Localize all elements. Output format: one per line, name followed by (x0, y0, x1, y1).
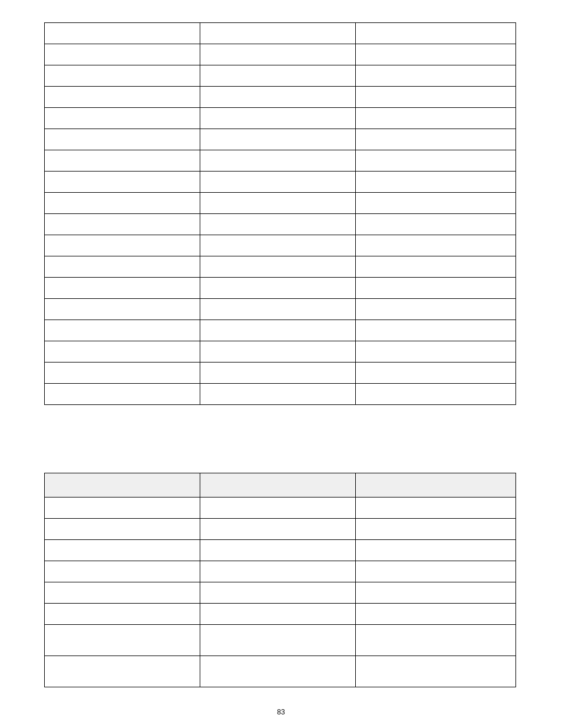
table-cell (356, 299, 516, 320)
table-cell (356, 256, 516, 278)
table-cell (356, 193, 516, 214)
table-cell (200, 320, 356, 341)
table-cell (356, 108, 516, 129)
table-cell (45, 172, 200, 193)
table-cell (200, 214, 356, 235)
table-cell (200, 299, 356, 320)
table-cell (45, 582, 200, 604)
table-row (45, 193, 516, 214)
table-cell (45, 150, 200, 172)
page-number: 83 (0, 708, 562, 716)
table-cell (356, 44, 516, 65)
table-row (45, 540, 516, 561)
table-row (45, 604, 516, 625)
table-cell (356, 656, 516, 687)
table-row (45, 498, 516, 519)
table-row (45, 519, 516, 540)
table-cell (200, 172, 356, 193)
table-row (45, 214, 516, 235)
table-cell (356, 498, 516, 519)
table-cell (45, 87, 200, 108)
table-cell (200, 363, 356, 384)
table-cell (200, 519, 356, 540)
table-cell (200, 625, 356, 656)
table-cell (200, 604, 356, 625)
table-cell (356, 278, 516, 299)
table-row (45, 44, 516, 65)
table-cell (45, 23, 200, 44)
table-cell (356, 150, 516, 172)
table-cell (200, 540, 356, 561)
table-cell (200, 561, 356, 582)
table-row (45, 256, 516, 278)
table-cell (200, 193, 356, 214)
table-header-row (45, 473, 516, 498)
table-cell (45, 256, 200, 278)
table-header-cell (356, 473, 516, 498)
table-cell (200, 656, 356, 687)
table-row (45, 363, 516, 384)
table-row (45, 320, 516, 341)
table-cell (356, 172, 516, 193)
table-row (45, 172, 516, 193)
table-cell (356, 519, 516, 540)
table-cell (45, 193, 200, 214)
table-cell (45, 65, 200, 87)
table-row (45, 235, 516, 256)
table-row (45, 150, 516, 172)
table-cell (356, 235, 516, 256)
table-cell (45, 214, 200, 235)
table-cell (200, 384, 356, 405)
table-cell (200, 498, 356, 519)
bottom-table (44, 473, 516, 687)
table-cell (200, 235, 356, 256)
document-page: 83 (0, 0, 562, 728)
table-cell (200, 108, 356, 129)
table-cell (45, 341, 200, 363)
table-cell (356, 561, 516, 582)
table-row (45, 108, 516, 129)
table-cell (45, 540, 200, 561)
table-row (45, 625, 516, 656)
table-row (45, 299, 516, 320)
table-cell (356, 214, 516, 235)
table-cell (45, 561, 200, 582)
table-row (45, 384, 516, 405)
table-cell (200, 23, 356, 44)
table-cell (200, 256, 356, 278)
table-row (45, 87, 516, 108)
table-cell (45, 320, 200, 341)
table-cell (200, 44, 356, 65)
table-cell (356, 582, 516, 604)
table-cell (356, 625, 516, 656)
table-cell (356, 604, 516, 625)
table-cell (356, 384, 516, 405)
table-header-cell (45, 473, 200, 498)
table-cell (356, 87, 516, 108)
top-table (44, 22, 516, 405)
table-row (45, 65, 516, 87)
table-row (45, 582, 516, 604)
table-cell (45, 363, 200, 384)
table-cell (45, 384, 200, 405)
table-cell (200, 150, 356, 172)
table-row (45, 129, 516, 150)
table-header-cell (200, 473, 356, 498)
table-cell (45, 44, 200, 65)
table-cell (45, 278, 200, 299)
table-cell (45, 108, 200, 129)
table-cell (356, 129, 516, 150)
table-row (45, 278, 516, 299)
table-row (45, 656, 516, 687)
table-cell (356, 23, 516, 44)
table-cell (356, 341, 516, 363)
table-cell (200, 582, 356, 604)
section-gap (44, 405, 516, 473)
table-row (45, 23, 516, 44)
table-cell (200, 87, 356, 108)
table-cell (45, 129, 200, 150)
table-row (45, 341, 516, 363)
table-row (45, 561, 516, 582)
table-cell (200, 278, 356, 299)
table-cell (45, 299, 200, 320)
